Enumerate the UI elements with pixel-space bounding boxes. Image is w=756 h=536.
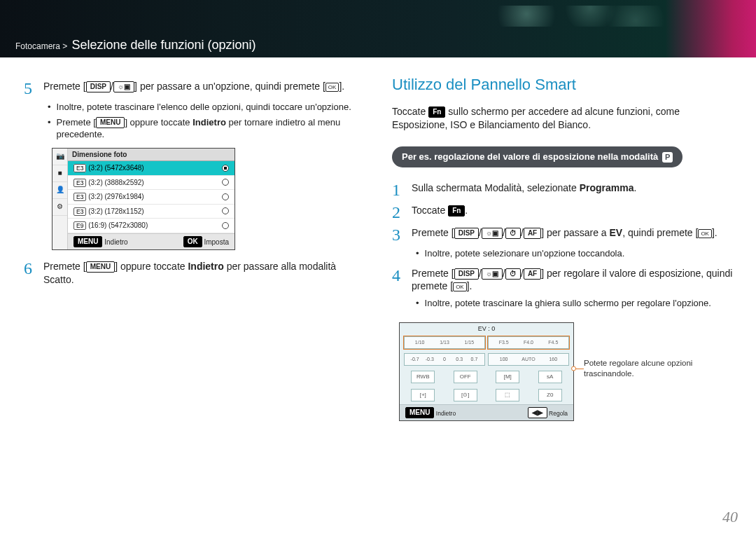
af-button-label: AF (524, 268, 541, 280)
ok-button-label: OK (698, 229, 712, 238)
menu-button-label: MENU (86, 261, 115, 273)
bullet: Inoltre, potete trascinare l'elenco dell… (48, 101, 368, 114)
menu-footer: MENU Indietro OK Imposta (68, 233, 234, 249)
exposure-icon: ☼▣ (482, 268, 503, 280)
menu-list: Dimensione foto E3 (3:2) (5472x3648) E3 … (68, 149, 234, 249)
menu-side-tabs: 📷 ■ 👤 ⚙ (52, 149, 68, 249)
af-point-button: [⊙] (454, 389, 477, 401)
exposure-icon: ☼▣ (482, 228, 503, 239)
example-callout: Per es. regolazione del valore di esposi… (392, 146, 682, 167)
list-item: E3 (3:2) (2976x1984) (68, 190, 234, 205)
disp-button-label: DISP (86, 81, 111, 92)
right-column: Utilizzo del Pannello Smart Toccate Fn s… (392, 74, 736, 421)
step-6-text: Premete [MENU] oppure toccate Indietro p… (43, 260, 368, 287)
menu-button-label: MENU (96, 117, 125, 128)
tab-settings-icon: ⚙ (52, 199, 67, 216)
breadcrumb-parent: Fotocamera > (15, 41, 67, 51)
step-2: 2 Toccate Fn. (392, 204, 736, 221)
disp-button-label: DISP (454, 268, 479, 280)
menu-button-label: MENU (405, 407, 434, 418)
ev-buttons-row-1: RWB OFF [M] sA (400, 368, 573, 386)
ev-panel: EV : 0 1/101/131/15 F3.5F4.0F4.5 -0.7-0.… (399, 322, 574, 421)
wb-button: RWB (411, 371, 435, 383)
list-item: E3 (3:2) (5472x3648) (68, 161, 234, 176)
section-title: Utilizzo del Pannello Smart (392, 74, 736, 95)
step-6: 6 Premete [MENU] oppure toccate Indietro… (24, 260, 368, 287)
step-number: 1 (392, 181, 405, 198)
radio-off-icon (222, 207, 229, 214)
step-number: 2 (392, 204, 405, 221)
step-5-text: Premete [DISP/☼▣] per passare a un'opzio… (43, 80, 344, 97)
tab-camera-icon: 📷 (52, 149, 67, 165)
ok-button-label: OK (183, 236, 202, 247)
ev-scale: -0.7-0.300.30.7 (404, 353, 485, 366)
radio-off-icon (222, 193, 229, 200)
photo-size-menu: 📷 ■ 👤 ⚙ Dimensione foto E3 (3:2) (5472x3… (52, 148, 235, 250)
step-1: 1 Sulla schermata Modalità, selezionate … (392, 181, 736, 198)
step-number: 3 (392, 226, 405, 243)
shutter-scale: 1/101/131/15 (404, 336, 485, 349)
ok-button-label: OK (326, 83, 340, 92)
iso-scale: 100AUTO160 (488, 353, 569, 366)
intro-paragraph: Toccate Fn sullo schermo per accedere ad… (392, 105, 736, 132)
step-number: 6 (24, 260, 36, 287)
step-number: 5 (24, 80, 36, 97)
step-3: 3 Premete [DISP/☼▣/⏱/AF] per passare a E… (392, 226, 736, 243)
bullet: Inoltre, potete trascinare la ghiera sul… (416, 297, 736, 310)
timer-icon: ⏱ (505, 228, 521, 239)
flash-button: Z0 (538, 389, 562, 401)
drive-button: ⬚ (496, 389, 519, 401)
step-5: 5 Premete [DISP/☼▣] per passare a un'opz… (24, 80, 368, 97)
step-4: 4 Premete [DISP/☼▣/⏱/AF] per regolare il… (392, 267, 736, 294)
left-column: 5 Premete [DISP/☼▣] per passare a un'opz… (24, 74, 368, 421)
aperture-scale: F3.5F4.0F4.5 (488, 336, 569, 349)
step-5-bullets: Inoltre, potete trascinare l'elenco dell… (48, 101, 368, 141)
list-item: E3 (3:2) (1728x1152) (68, 205, 234, 219)
menu-header: Dimensione foto (68, 149, 234, 162)
timer-icon: ⏱ (505, 268, 521, 280)
color-button: sA (538, 371, 562, 383)
radio-on-icon (222, 165, 229, 172)
tab-video-icon: ■ (52, 165, 67, 182)
ok-button-label: OK (453, 282, 467, 291)
disp-button-label: DISP (454, 228, 479, 239)
ev-caption: Potete regolare alcune opzioni trascinan… (584, 358, 710, 380)
af-button-label: AF (524, 228, 541, 239)
ev-panel-wrap: EV : 0 1/101/131/15 F3.5F4.0F4.5 -0.7-0.… (399, 317, 736, 421)
ev-buttons-row-2: [+] [⊙] ⬚ Z0 (400, 386, 573, 404)
bullet: Premete [MENU] oppure toccate Indietro p… (48, 116, 368, 141)
ev-footer: MENU Indietro ◀▶ Regola (400, 404, 573, 420)
fn-button-label: Fn (448, 205, 465, 217)
list-item: E9 (16:9) (5472x3080) (68, 219, 234, 233)
breadcrumb: Fotocamera > Selezione delle funzioni (o… (0, 34, 756, 57)
page-body: 5 Premete [DISP/☼▣] per passare a un'opz… (0, 57, 756, 428)
tab-user-icon: 👤 (52, 182, 67, 199)
list-item: E3 (3:2) (3888x2592) (68, 176, 234, 191)
mode-p-icon: P (662, 152, 673, 163)
af-area-button: [+] (411, 389, 435, 401)
radio-off-icon (222, 179, 229, 186)
step-4-bullets: Inoltre, potete trascinare la ghiera sul… (416, 297, 736, 310)
fn-button-label: Fn (428, 106, 445, 118)
off-button: OFF (454, 371, 477, 383)
step-3-bullets: Inoltre, potete selezionare un'opzione t… (416, 247, 736, 260)
step-number: 4 (392, 267, 405, 294)
page-number: 40 (722, 508, 738, 526)
metering-button: [M] (496, 371, 519, 383)
radio-off-icon (222, 222, 229, 229)
exposure-icon: ☼▣ (113, 81, 134, 92)
nav-button-label: ◀▶ (528, 407, 547, 418)
menu-button-label: MENU (74, 236, 102, 247)
decorative-header (0, 0, 756, 34)
ev-title: EV : 0 (400, 323, 573, 334)
bullet: Inoltre, potete selezionare un'opzione t… (416, 247, 736, 260)
breadcrumb-title: Selezione delle funzioni (opzioni) (71, 38, 255, 53)
